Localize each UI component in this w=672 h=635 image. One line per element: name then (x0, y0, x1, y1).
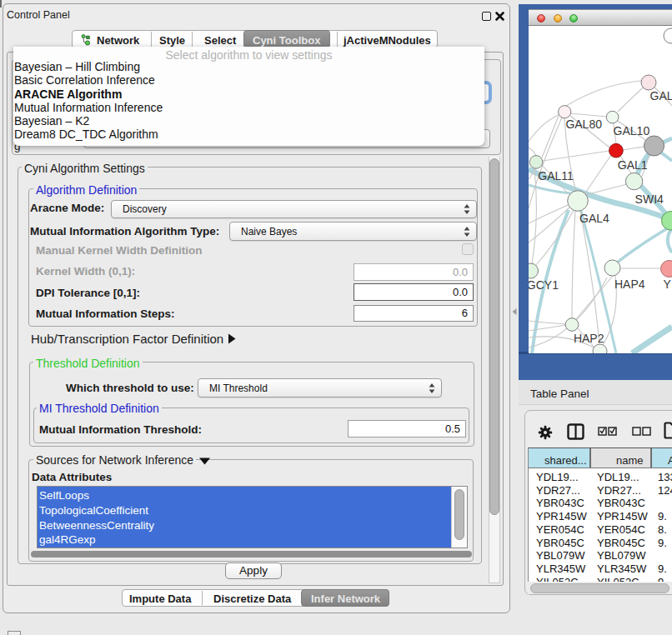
svg-text:SWI4: SWI4 (635, 192, 664, 206)
svg-text:HAP2: HAP2 (574, 332, 604, 345)
svg-text:GCY1: GCY1 (529, 278, 559, 292)
svg-text:Y: Y (664, 278, 672, 291)
svg-text:GAL1: GAL1 (618, 158, 648, 172)
svg-text:HAP4: HAP4 (614, 278, 645, 291)
svg-text:GAL80: GAL80 (565, 118, 602, 131)
svg-text:GAL10: GAL10 (614, 124, 650, 138)
svg-text:GAL4: GAL4 (579, 212, 609, 225)
svg-text:GAL11: GAL11 (538, 169, 574, 182)
svg-text:GAL: GAL (650, 89, 672, 102)
